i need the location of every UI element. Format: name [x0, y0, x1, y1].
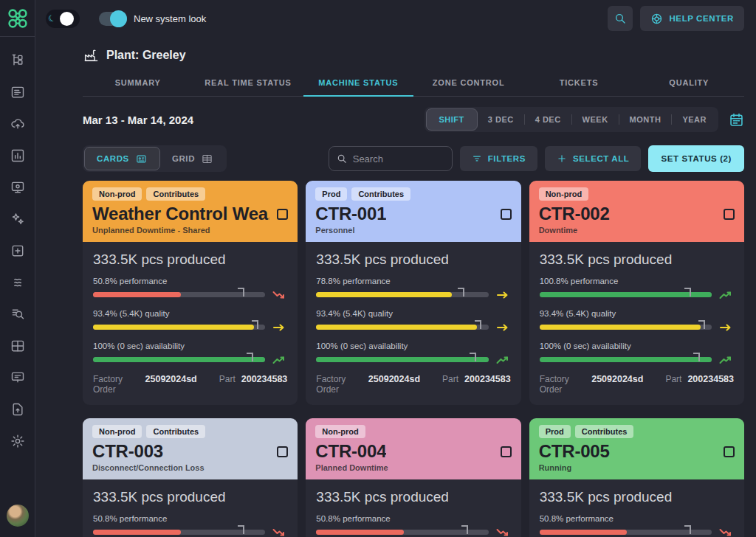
machine-card[interactable]: Non-prodContributes Weather Control Wea.… — [83, 181, 298, 405]
machine-cards-grid: Non-prodContributes Weather Control Wea.… — [83, 181, 744, 537]
date-controls: SHIFT3 DEC4 DECWEEKMONTHYEAR — [425, 107, 744, 132]
card-checkbox[interactable] — [501, 209, 512, 220]
card-checkbox[interactable] — [724, 446, 735, 457]
progress-fill — [93, 530, 181, 535]
metric-row: 100% (0 sec) availability — [93, 342, 287, 364]
card-badges: Non-prod — [539, 187, 735, 201]
period-3-dec[interactable]: 3 DEC — [478, 108, 524, 131]
part-value: 200234583 — [464, 374, 511, 384]
presentation-icon[interactable] — [10, 370, 25, 385]
target-marker — [684, 525, 691, 534]
new-system-look-toggle[interactable]: New system look — [99, 12, 206, 26]
view-cards-button[interactable]: CARDS — [84, 147, 160, 170]
tab-summary[interactable]: SUMMARY — [83, 71, 193, 96]
theme-toggle[interactable]: ☾ — [46, 10, 80, 28]
trend-icon — [496, 355, 511, 364]
card-title: CTR-005 — [539, 441, 610, 462]
view-grid-button[interactable]: GRID — [160, 147, 225, 170]
card-badge: Prod — [539, 425, 571, 438]
factory-order-value: 25092024sd — [591, 374, 643, 384]
metric-label: 93.4% (5.4K) quality — [540, 309, 734, 318]
monitor-eye-icon[interactable] — [10, 180, 25, 195]
target-marker — [238, 525, 244, 534]
card-view-icon — [135, 153, 148, 164]
trend-icon — [272, 290, 287, 299]
card-badges: ProdContributes — [539, 425, 735, 438]
machine-card[interactable]: Non-prod CTR-004 Planned Downtime 333.5K… — [306, 418, 520, 537]
part-label: Part — [665, 374, 681, 384]
topbar-actions: HELP CENTER — [608, 6, 744, 31]
set-status-button[interactable]: SET STATUS (2) — [648, 145, 744, 172]
machine-card[interactable]: ProdContributes CTR-005 Running 333.5K p… — [529, 418, 744, 537]
cloud-upload-icon[interactable] — [10, 117, 25, 131]
progress-bar — [540, 325, 712, 330]
metric-row: 93.4% (5.4K) quality — [93, 309, 287, 332]
bar-chart-icon[interactable] — [10, 148, 25, 163]
card-title: CTR-003 — [92, 441, 163, 462]
factory-order-label: Factory Order — [93, 374, 140, 395]
app-logo[interactable] — [0, 0, 35, 37]
card-checkbox[interactable] — [277, 446, 288, 457]
user-avatar[interactable] — [7, 505, 29, 527]
card-footer: Factory Order 25092024sd Part 200234583 — [540, 374, 734, 395]
trend-icon — [719, 355, 734, 364]
gear-icon[interactable] — [10, 434, 25, 448]
help-center-button[interactable]: HELP CENTER — [640, 6, 744, 31]
card-checkbox[interactable] — [724, 209, 735, 220]
tab-zone-control[interactable]: ZONE CONTROL — [413, 71, 523, 96]
machine-card[interactable]: ProdContributes CTR-001 Personnel 333.5K… — [306, 181, 520, 405]
filters-button[interactable]: FILTERS — [460, 146, 537, 171]
list-box-icon[interactable] — [10, 85, 25, 100]
period-week[interactable]: WEEK — [572, 108, 619, 131]
period-year[interactable]: YEAR — [672, 108, 717, 131]
card-badge: Contributes — [351, 187, 410, 201]
tab-machine-status[interactable]: MACHINE STATUS — [303, 71, 413, 96]
metric-row: 100% (0 sec) availability — [540, 342, 734, 364]
card-subtitle: Running — [539, 463, 735, 472]
target-marker — [475, 320, 481, 329]
card-header: Non-prod CTR-002 Downtime — [529, 181, 744, 242]
calendar-button[interactable] — [729, 112, 744, 128]
toggle-knob — [110, 10, 127, 27]
progress-fill — [316, 292, 452, 297]
search-input[interactable] — [353, 153, 444, 164]
card-title: CTR-004 — [315, 441, 386, 462]
card-checkbox[interactable] — [277, 209, 288, 220]
period-month[interactable]: MONTH — [619, 108, 672, 131]
squiggle-icon[interactable] — [10, 275, 25, 290]
card-checkbox[interactable] — [501, 446, 512, 457]
factory-order-value: 25092024sd — [145, 374, 197, 384]
metric-row: 78.8% performance — [316, 277, 510, 299]
select-all-button[interactable]: SELECT ALL — [545, 146, 642, 171]
toggle-track — [99, 12, 127, 26]
tab-quality[interactable]: QUALITY — [634, 71, 744, 96]
machine-card[interactable]: Non-prod CTR-002 Downtime 333.5K pcs pro… — [529, 181, 744, 405]
tab-real-time-status[interactable]: REAL TIME STATUS — [193, 71, 303, 96]
card-body: 333.5K pcs produced 50.8% performance — [83, 479, 298, 537]
metric-label: 100% (0 sec) availability — [316, 342, 510, 350]
card-header: ProdContributes CTR-001 Personnel — [306, 181, 520, 242]
search-button[interactable] — [608, 6, 633, 31]
trend-icon — [496, 290, 511, 299]
sparkles-icon[interactable] — [10, 212, 25, 226]
card-header: Non-prodContributes Weather Control Wea.… — [83, 181, 298, 242]
plus-box-icon[interactable] — [10, 243, 25, 258]
tab-tickets[interactable]: TICKETS — [523, 71, 633, 96]
search-data-icon[interactable] — [10, 307, 25, 322]
period-4-dec[interactable]: 4 DEC — [525, 108, 571, 131]
search-icon — [337, 153, 347, 164]
pieces-produced: 333.5K pcs produced — [93, 489, 287, 505]
metric-label: 93.4% (5.4K) quality — [93, 309, 287, 318]
trend-icon — [719, 322, 734, 332]
period-shift[interactable]: SHIFT — [426, 108, 478, 131]
hierarchy-icon[interactable] — [10, 53, 25, 68]
file-upload-icon[interactable] — [10, 402, 25, 417]
sidebar — [0, 0, 35, 537]
progress-fill — [540, 530, 628, 535]
machine-card[interactable]: Non-prodContributes CTR-003 Disconnect/C… — [83, 418, 298, 537]
card-header: Non-prod CTR-004 Planned Downtime — [306, 418, 520, 479]
metric-row: 50.8% performance — [93, 277, 287, 299]
page-title: Plant: Greeley — [106, 49, 186, 62]
progress-bar — [540, 530, 712, 535]
table-grid-icon[interactable] — [10, 339, 25, 353]
